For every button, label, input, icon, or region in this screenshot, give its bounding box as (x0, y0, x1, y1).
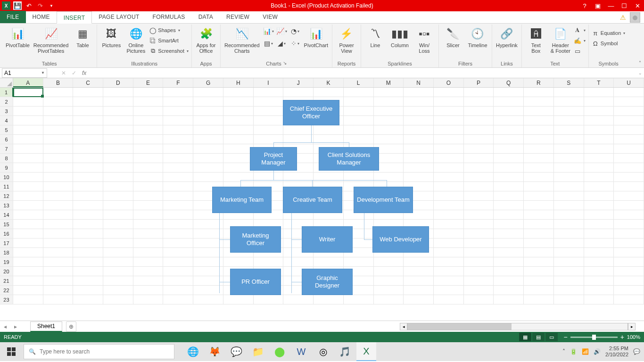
tray-battery-icon[interactable]: 🔋 (570, 348, 577, 355)
cell[interactable] (404, 107, 434, 116)
cell[interactable] (133, 154, 164, 163)
cell[interactable] (464, 191, 494, 201)
cell[interactable] (73, 201, 103, 210)
org-node-mkt[interactable]: Marketing Team (212, 187, 272, 213)
cell[interactable] (163, 88, 193, 97)
cell[interactable] (464, 210, 494, 220)
col-header-L[interactable]: L (344, 78, 374, 87)
cell[interactable] (223, 125, 254, 135)
cell[interactable] (524, 295, 554, 304)
cell[interactable] (344, 173, 374, 182)
cell[interactable] (163, 267, 193, 276)
cell[interactable] (554, 144, 584, 154)
cell[interactable] (73, 210, 103, 220)
row-header-17[interactable]: 17 (0, 239, 13, 248)
cell[interactable] (43, 116, 74, 125)
cell[interactable] (464, 163, 494, 173)
cell[interactable] (494, 286, 524, 295)
cell[interactable] (494, 201, 524, 210)
cell[interactable] (43, 210, 74, 220)
select-all-corner[interactable] (0, 78, 13, 87)
cell[interactable] (464, 201, 494, 210)
cell[interactable] (13, 229, 43, 239)
cell[interactable] (494, 220, 524, 229)
ribbon-display-icon[interactable]: ▣ (592, 1, 603, 10)
cell[interactable] (614, 144, 644, 154)
cell[interactable] (524, 107, 554, 116)
cell[interactable] (223, 154, 254, 163)
cell[interactable] (584, 267, 614, 276)
cell[interactable] (163, 107, 193, 116)
cell[interactable] (614, 97, 644, 107)
cell[interactable] (103, 257, 133, 267)
cell[interactable] (464, 276, 494, 286)
cell[interactable] (374, 97, 404, 107)
cell[interactable] (554, 191, 584, 201)
view-pagebreak-icon[interactable]: ▭ (545, 333, 558, 341)
cell[interactable] (404, 135, 434, 144)
cell[interactable] (494, 239, 524, 248)
smartart-button[interactable]: ⿻SmartArt (149, 36, 189, 45)
cell[interactable] (554, 97, 584, 107)
cell[interactable] (584, 191, 614, 201)
cell[interactable] (434, 135, 464, 144)
cell[interactable] (223, 163, 254, 173)
taskbar-word-icon[interactable]: W (291, 342, 311, 361)
cell[interactable] (374, 107, 404, 116)
cell[interactable] (524, 135, 554, 144)
cell[interactable] (43, 295, 74, 304)
cell[interactable] (73, 173, 103, 182)
cell[interactable] (163, 201, 193, 210)
cell[interactable] (614, 182, 644, 191)
row-header-12[interactable]: 12 (0, 191, 13, 201)
cell[interactable] (73, 97, 103, 107)
cell[interactable] (434, 267, 464, 276)
cell[interactable] (464, 173, 494, 182)
cell[interactable] (163, 286, 193, 295)
cell[interactable] (524, 163, 554, 173)
cell[interactable] (163, 173, 193, 182)
cell[interactable] (524, 97, 554, 107)
cell[interactable] (43, 257, 74, 267)
cell[interactable] (193, 154, 223, 163)
cell[interactable] (133, 229, 164, 239)
cell[interactable] (434, 210, 464, 220)
cell[interactable] (584, 88, 614, 97)
cell[interactable] (374, 295, 404, 304)
cell[interactable] (434, 248, 464, 257)
tray-notifications-icon[interactable]: 💬 (633, 348, 640, 355)
cell[interactable] (614, 191, 644, 201)
cell[interactable] (374, 116, 404, 125)
cell[interactable] (193, 144, 223, 154)
cell[interactable] (434, 257, 464, 267)
enter-formula-icon[interactable]: ✓ (69, 70, 79, 76)
cell[interactable] (524, 125, 554, 135)
cell[interactable] (464, 135, 494, 144)
charts-gallery[interactable]: 📊▾ 📈▾ ◔▾ ▤▾ ◢▾ ⁘▾ (263, 25, 301, 49)
cell[interactable] (434, 107, 464, 116)
cell[interactable] (103, 220, 133, 229)
cell[interactable] (73, 295, 103, 304)
cell[interactable] (404, 154, 434, 163)
cell[interactable] (344, 135, 374, 144)
cell[interactable] (494, 154, 524, 163)
cell[interactable] (163, 229, 193, 239)
cell[interactable] (133, 191, 164, 201)
cell[interactable] (314, 295, 344, 304)
taskbar-itunes-icon[interactable]: 🎵 (335, 342, 355, 361)
cell[interactable] (43, 107, 74, 116)
cell[interactable] (103, 276, 133, 286)
cell[interactable] (193, 125, 223, 135)
cell[interactable] (43, 154, 74, 163)
cell[interactable] (464, 239, 494, 248)
cell[interactable] (103, 163, 133, 173)
cell[interactable] (554, 125, 584, 135)
tray-date[interactable]: 2/10/2022 (605, 352, 628, 358)
row-header-20[interactable]: 20 (0, 267, 13, 276)
cell[interactable] (73, 116, 103, 125)
cell[interactable] (103, 201, 133, 210)
cell[interactable] (73, 154, 103, 163)
cell[interactable] (494, 144, 524, 154)
cell[interactable] (103, 182, 133, 191)
sparkline-line-button[interactable]: 〽Line (364, 25, 387, 49)
